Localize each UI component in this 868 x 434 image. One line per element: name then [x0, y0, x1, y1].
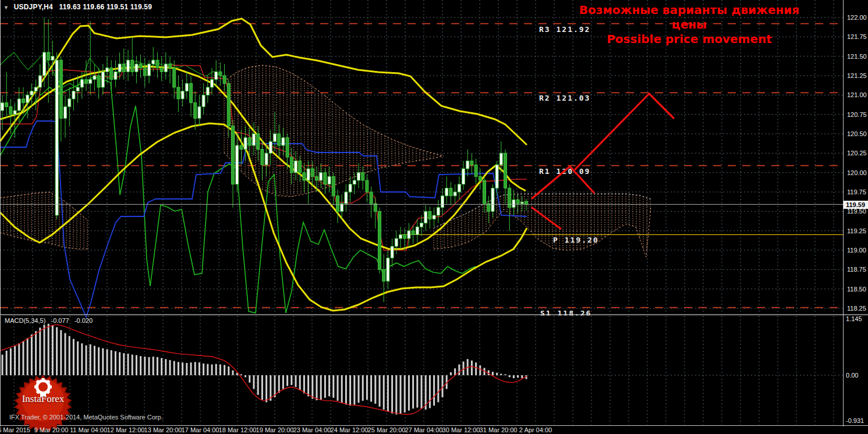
candle-body — [185, 83, 188, 91]
candle-body — [38, 76, 41, 87]
candle-body — [516, 200, 519, 204]
candle-body — [55, 60, 58, 215]
candle-body — [257, 134, 260, 150]
candle-body — [445, 188, 448, 195]
candle-body — [295, 161, 297, 173]
candle-body — [382, 269, 385, 281]
candle-body — [449, 188, 452, 195]
candle-body — [303, 173, 306, 180]
price-axis-label: 119.25 — [847, 227, 866, 234]
candle-body — [114, 72, 117, 79]
candle-body — [307, 169, 310, 180]
level-label-R2: R2 121.03 — [539, 94, 590, 102]
macd-axis-label: -0.931 — [846, 417, 864, 424]
candle-body — [525, 201, 528, 204]
candle-body — [253, 134, 256, 145]
candle-body — [412, 231, 414, 235]
candle-body — [198, 106, 201, 118]
candle-body — [336, 196, 339, 212]
time-axis-label: 31 Mar 20:00 — [480, 426, 518, 433]
candle-body — [391, 246, 394, 258]
price-axis-label: 118.75 — [847, 266, 866, 273]
candle-body — [395, 239, 398, 246]
axis-separator — [843, 0, 844, 426]
time-axis-label: 19 Mar 20:00 — [256, 426, 294, 433]
time-axis-label: 23 Mar 04:00 — [293, 426, 331, 433]
candle-body — [223, 76, 226, 83]
candle-body — [93, 76, 96, 80]
price-chart-canvas[interactable]: R3 121.92R2 121.03R1 120.09P 119.20S1 11… — [0, 0, 843, 426]
time-axis-label: 25 Mar 20:00 — [368, 426, 406, 433]
candle-body — [424, 211, 427, 223]
candle-body — [341, 204, 343, 211]
price-axis-label: 122.00 — [847, 14, 867, 21]
candle-body — [47, 52, 50, 60]
time-axis-label: 11 Mar 04:00 — [70, 426, 107, 433]
copyright-text: IFX Trader, © 2001-2014, MetaQuotes Soft… — [9, 414, 163, 421]
candle-body — [353, 180, 356, 184]
candle-body — [64, 106, 67, 118]
price-axis-label: 120.50 — [847, 130, 867, 137]
time-axis-label: 27 Mar 04:00 — [405, 426, 443, 433]
price-projection-arrow[interactable] — [532, 208, 561, 229]
candle-body — [127, 60, 130, 72]
candle-body — [59, 60, 62, 118]
time-axis-label: 6 Mar 2015 — [0, 426, 30, 433]
candle-body — [13, 111, 16, 115]
candle-body — [428, 211, 431, 219]
candle-body — [278, 134, 281, 145]
price-axis-label: 118.25 — [847, 305, 866, 312]
chart-title: ▼ USDJPY,H4 119.63 119.66 119.51 119.59 — [3, 3, 152, 11]
candle-body — [345, 192, 348, 204]
candle-body — [160, 68, 163, 72]
candle-body — [462, 169, 465, 184]
candle-body — [387, 258, 389, 281]
candle-body — [30, 91, 33, 95]
candle-body — [470, 161, 473, 165]
candle-body — [110, 68, 113, 80]
candle-body — [437, 208, 440, 215]
price-projection-arrow[interactable] — [575, 94, 649, 169]
candle-body — [156, 60, 159, 67]
candle-body — [106, 68, 109, 72]
candle-body — [454, 192, 456, 196]
candle-body — [5, 103, 8, 107]
candle-body — [76, 87, 79, 91]
price-axis-label: 119.50 — [847, 208, 866, 215]
candle-body — [143, 68, 146, 76]
price-axis[interactable]: 122.00121.75121.50121.25121.00120.75120.… — [844, 0, 868, 426]
candle-body — [227, 83, 230, 126]
price-axis-label: 118.50 — [847, 286, 866, 293]
analyst-annotation: Возможные варианты движения цены Possibl… — [572, 3, 806, 47]
current-price-badge: 119.59 — [843, 201, 868, 209]
candle-body — [72, 91, 75, 99]
time-axis[interactable]: 6 Mar 20159 Mar 20:0011 Mar 04:0012 Mar … — [0, 426, 868, 434]
macd-indicator-label: MACD(5,34,5) -0.077 -0.020 — [5, 317, 93, 324]
candle-body — [366, 180, 369, 192]
candle-body — [504, 153, 507, 188]
time-axis-label: 30 Mar 12:00 — [442, 426, 480, 433]
candle-body — [194, 103, 197, 119]
candle-body — [148, 64, 151, 76]
candle-body — [332, 176, 335, 195]
price-axis-label: 119.00 — [847, 247, 866, 254]
candle-body — [261, 150, 264, 165]
macd-axis-label: 0.00 — [846, 372, 858, 379]
symbol-dropdown-icon[interactable]: ▼ — [3, 5, 9, 10]
candle-body — [34, 87, 37, 91]
time-axis-label: 17 Mar 04:00 — [182, 426, 219, 433]
candle-body — [85, 80, 88, 84]
candle-body — [236, 145, 239, 184]
time-axis-label: 9 Mar 20:00 — [34, 426, 69, 433]
panel-separator-top[interactable] — [0, 314, 868, 315]
candle-body — [495, 165, 498, 188]
candle-body — [244, 138, 247, 150]
candle-body — [282, 138, 285, 145]
candle-body — [441, 196, 444, 208]
candle-body — [97, 76, 100, 87]
candle-body — [374, 204, 377, 211]
price-axis-label: 120.25 — [847, 150, 867, 156]
candle-body — [324, 173, 327, 184]
candle-body — [181, 91, 184, 99]
candle-body — [22, 99, 25, 103]
